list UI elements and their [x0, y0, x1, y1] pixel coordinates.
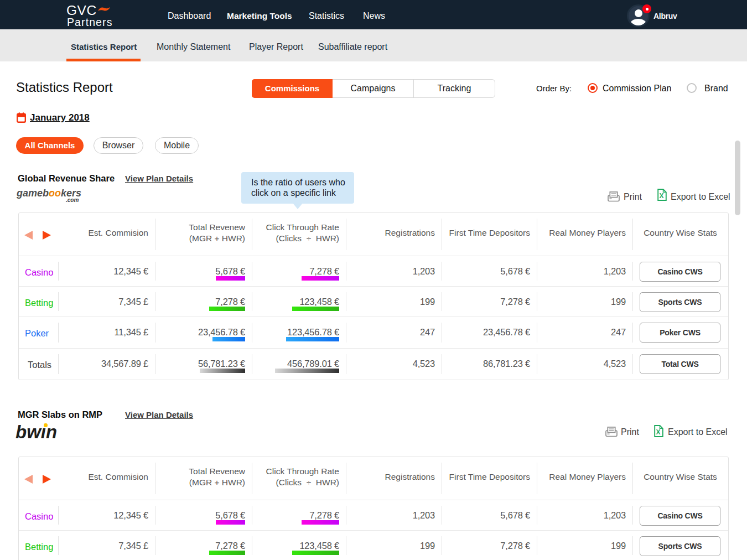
svg-text:X: X	[656, 428, 661, 436]
svg-text:X: X	[660, 192, 664, 200]
